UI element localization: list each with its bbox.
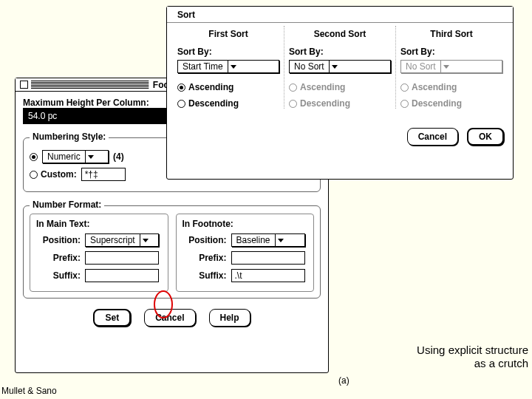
sortby-label: Sort By: [289, 47, 391, 57]
caption-line1: Using explicit structure [417, 344, 528, 357]
max-height-field[interactable]: 54.0 pc [23, 108, 167, 124]
annotation-circle-icon [154, 290, 173, 318]
first-asc-radio[interactable]: Ascending [177, 82, 279, 92]
position-label: Position: [183, 235, 227, 245]
main-position-combo[interactable]: Superscript [85, 233, 159, 247]
prefix-label: Prefix: [36, 253, 81, 263]
numeric-label: Numeric [43, 151, 85, 162]
third-asc-radio: Ascending [400, 82, 502, 92]
number-format-group: Number Format: In Main Text: Position: S… [23, 205, 321, 299]
foot-suffix-input[interactable] [235, 270, 301, 282]
first-asc-label: Ascending [188, 82, 233, 92]
custom-radio[interactable]: Custom: [30, 169, 77, 180]
second-sort-col: Second Sort Sort By: No Sort Ascending D… [284, 26, 395, 109]
first-sort-col: First Sort Sort By: Start Time Ascending… [173, 26, 284, 109]
close-icon[interactable] [20, 81, 28, 89]
second-desc-label: Descending [300, 98, 350, 109]
radio-icon [30, 153, 38, 161]
custom-input[interactable] [85, 168, 122, 180]
radio-icon [400, 100, 409, 108]
main-prefix-field[interactable] [85, 251, 159, 265]
in-main-text-label: In Main Text: [36, 219, 162, 229]
first-desc-label: Descending [188, 98, 239, 109]
first-sort-value: Start Time [178, 61, 228, 72]
numeric-example: (4) [113, 151, 124, 162]
radio-icon [177, 83, 185, 92]
foot-position-combo[interactable]: Baseline [231, 233, 305, 247]
footnote-button-row: Set Cancel Help [23, 309, 321, 327]
sortby-label: Sort By: [177, 47, 279, 57]
in-main-text-group: In Main Text: Position: Superscript Pref… [30, 214, 168, 292]
sort-title: Sort [173, 10, 200, 20]
second-desc-radio: Descending [289, 98, 391, 109]
second-sort-header: Second Sort [289, 29, 391, 39]
chevron-down-icon [228, 61, 239, 72]
sort-titlebar[interactable]: Sort [167, 7, 513, 23]
foot-position-value: Baseline [232, 235, 275, 245]
first-sort-combo[interactable]: Start Time [177, 60, 279, 73]
first-sort-header: First Sort [177, 29, 279, 39]
custom-field[interactable] [81, 168, 126, 181]
third-sort-value: No Sort [401, 61, 440, 72]
credit: Mullet & Sano [1, 386, 57, 396]
custom-label: Custom: [41, 169, 77, 180]
sortby-label: Sort By: [400, 47, 502, 57]
caption: Using explicit structure as a crutch [417, 344, 528, 370]
radio-icon [400, 83, 409, 92]
set-button[interactable]: Set [93, 309, 131, 327]
number-format-legend: Number Format: [30, 200, 104, 210]
position-label: Position: [36, 235, 81, 245]
radio-icon [289, 83, 297, 92]
chevron-down-icon [329, 61, 341, 72]
foot-prefix-field[interactable] [231, 251, 305, 265]
numeric-combo[interactable]: Numeric [42, 150, 109, 163]
caption-line2: as a crutch [417, 357, 528, 370]
sort-ok-button[interactable]: OK [467, 128, 504, 146]
first-desc-radio[interactable]: Descending [177, 98, 279, 109]
foot-suffix-field[interactable] [231, 269, 305, 282]
chevron-down-icon [275, 234, 287, 246]
second-asc-radio: Ascending [289, 82, 391, 92]
third-sort-combo: No Sort [400, 60, 502, 73]
suffix-label: Suffix: [36, 270, 81, 281]
chevron-down-icon [440, 61, 452, 72]
sort-button-row: Cancel OK [167, 128, 513, 151]
third-desc-label: Descending [412, 98, 462, 109]
third-asc-label: Ascending [412, 82, 457, 92]
in-footnote-group: In Footnote: Position: Baseline Prefix: [176, 214, 315, 292]
max-height-value: 54.0 pc [28, 111, 57, 121]
main-suffix-input[interactable] [89, 270, 155, 282]
main-suffix-field[interactable] [85, 269, 159, 282]
sort-cancel-button[interactable]: Cancel [407, 128, 458, 146]
second-asc-label: Ascending [300, 82, 345, 92]
chevron-down-icon [140, 234, 151, 246]
help-button[interactable]: Help [209, 309, 250, 327]
second-sort-combo[interactable]: No Sort [289, 60, 391, 73]
main-position-value: Superscript [86, 235, 140, 245]
chevron-down-icon [85, 151, 97, 163]
numeric-radio[interactable] [30, 153, 38, 161]
radio-icon [177, 100, 185, 108]
third-desc-radio: Descending [400, 98, 502, 109]
suffix-label: Suffix: [183, 270, 227, 281]
numbering-style-legend: Numbering Style: [30, 132, 109, 142]
third-sort-col: Third Sort Sort By: No Sort Ascending De… [395, 26, 507, 109]
sort-window: Sort First Sort Sort By: Start Time Asce… [166, 6, 514, 180]
radio-icon [30, 171, 38, 179]
foot-prefix-input[interactable] [235, 252, 301, 264]
third-sort-header: Third Sort [400, 29, 502, 39]
in-footnote-label: In Footnote: [183, 219, 308, 229]
prefix-label: Prefix: [183, 253, 227, 263]
second-sort-value: No Sort [290, 61, 329, 72]
figure-label: (a) [338, 375, 349, 386]
main-prefix-input[interactable] [89, 252, 155, 264]
radio-icon [289, 100, 297, 108]
